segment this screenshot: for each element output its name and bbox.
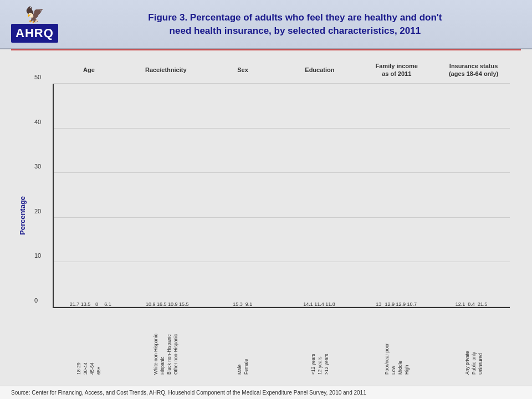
bar-group: 14.111.411.8	[284, 301, 355, 308]
category-label: Black non-Hispanic	[166, 308, 172, 375]
bar-value-label: 21.5	[478, 301, 488, 307]
category-label: Public only	[470, 308, 477, 375]
bar-value-label: 11.4	[314, 301, 324, 307]
group-title: Family incomeas of 2011	[360, 56, 433, 84]
bar-value-label: 14.1	[303, 301, 313, 307]
category-label: >12 years	[323, 308, 330, 375]
category-label-group: White non-HispanicHispanicBlack non-Hisp…	[130, 308, 202, 375]
category-label: 18-29	[75, 308, 82, 375]
category-label-group: 18-2930-4445-6465+	[53, 308, 125, 375]
eagle-icon: 🦅	[25, 6, 44, 24]
group-title: Race/ethnicity	[130, 56, 202, 84]
cat-separator	[356, 308, 360, 375]
bar-wrapper: 15.3	[233, 301, 243, 308]
logo-area: 🦅 AHRQ	[11, 6, 58, 43]
bar-group: 10.916.510.915.5	[131, 301, 203, 308]
bar-value-label: 16.5	[157, 301, 167, 307]
category-label: 65+	[95, 308, 102, 375]
group-title: Insurance status(ages 18-64 only)	[437, 56, 510, 84]
group-title-separator	[433, 56, 437, 84]
header: 🦅 AHRQ Figure 3. Percentage of adults wh…	[0, 0, 532, 49]
chart-container: Percentage AgeRace/ethnicitySexEducation…	[0, 50, 532, 386]
bar-value-label: 6.1	[104, 301, 111, 307]
bar-wrapper: 21.5	[477, 301, 487, 308]
group-title-separator	[202, 56, 207, 84]
bars-container: 21.713.586.110.916.510.915.515.39.114.11…	[53, 84, 510, 308]
bar-wrapper: 9.1	[244, 301, 254, 308]
bar-wrapper: 11.8	[325, 301, 335, 308]
cat-separator	[433, 308, 437, 375]
bar-value-label: 21.7	[70, 301, 80, 307]
group-title-separator	[125, 56, 130, 84]
chart-area: Percentage AgeRace/ethnicitySexEducation…	[17, 56, 515, 375]
bar-wrapper: 12.9	[385, 301, 395, 308]
bar-wrapper: 10.7	[407, 301, 417, 308]
bar-value-label: 8.4	[468, 301, 475, 307]
bar-value-label: 8	[95, 301, 98, 307]
bar-value-label: 13	[376, 301, 381, 307]
bar-group: 12.18.421.5	[436, 301, 507, 308]
y-axis-label: Percentage	[17, 56, 28, 375]
category-label-group: Poor/near poorLowMiddleHigh	[360, 308, 433, 375]
chart-title: Figure 3. Percentage of adults who feel …	[69, 11, 521, 38]
ahrq-logo: AHRQ	[11, 24, 58, 43]
bar-wrapper: 11.4	[314, 301, 324, 308]
bar-wrapper: 10.9	[146, 301, 156, 308]
y-tick-label: 20	[34, 208, 41, 214]
bar-group: 1312.912.910.7	[360, 301, 431, 308]
group-title-separator	[356, 56, 360, 84]
category-label: Uninsured	[477, 308, 484, 375]
category-label-group: <12 years12 years>12 years	[283, 308, 356, 375]
group-title: Age	[53, 56, 125, 84]
y-tick-label: 10	[34, 252, 41, 259]
y-tick-label: 50	[34, 74, 41, 80]
bar-group: 21.713.586.1	[55, 301, 127, 308]
bar-value-label: 12.9	[396, 301, 406, 307]
bar-value-label: 12.9	[385, 301, 395, 307]
category-label: 12 years	[316, 308, 323, 375]
bar-value-label: 11.8	[325, 301, 335, 307]
bar-wrapper: 12.1	[455, 301, 465, 308]
bar-wrapper: 13	[374, 301, 383, 308]
category-label: 45-64	[89, 308, 95, 375]
bar-value-label: 9.1	[245, 301, 253, 307]
category-labels: 18-2930-4445-6465+White non-HispanicHisp…	[53, 308, 510, 375]
category-label: Other non-Hispanic	[172, 308, 179, 375]
category-label-group: MaleFemale	[207, 308, 279, 375]
cat-separator	[125, 308, 130, 375]
bar-value-label: 15.3	[233, 301, 243, 307]
page: 🦅 AHRQ Figure 3. Percentage of adults wh…	[0, 0, 532, 399]
bar-wrapper: 6.1	[103, 301, 113, 308]
title-area: Figure 3. Percentage of adults who feel …	[69, 11, 521, 38]
group-title-separator	[279, 56, 283, 84]
bar-wrapper: 12.9	[396, 301, 406, 308]
category-label: Female	[243, 308, 249, 375]
category-label: Middle	[397, 308, 403, 375]
bar-wrapper: 16.5	[157, 301, 167, 308]
bar-wrapper: 8.4	[466, 301, 476, 308]
y-tick-label: 30	[34, 163, 41, 170]
bar-value-label: 10.9	[168, 301, 178, 307]
footer: Source: Center for Financing, Access, an…	[0, 386, 532, 399]
category-label: <12 years	[310, 308, 316, 375]
category-label: 30-44	[82, 308, 89, 375]
cat-separator	[279, 308, 283, 375]
footer-text: Source: Center for Financing, Access, an…	[11, 390, 366, 396]
group-title: Sex	[207, 56, 279, 84]
bar-value-label: 10.9	[146, 301, 156, 307]
group-title: Education	[283, 56, 356, 84]
bar-group: 15.39.1	[207, 301, 279, 308]
chart-wrap: AgeRace/ethnicitySexEducationFamily inco…	[30, 56, 515, 375]
category-label: Hispanic	[159, 308, 166, 375]
bar-value-label: 13.5	[81, 301, 91, 307]
bar-wrapper: 13.5	[81, 301, 91, 308]
category-label: Low	[390, 308, 397, 375]
bar-wrapper: 21.7	[70, 301, 80, 308]
bar-value-label: 10.7	[407, 301, 417, 307]
category-label: Poor/near poor	[383, 308, 390, 375]
cat-separator	[202, 308, 207, 375]
category-label: High	[403, 308, 410, 375]
category-label: Any private	[464, 308, 470, 375]
category-label-group: Any privatePublic onlyUninsured	[437, 308, 510, 375]
bar-wrapper: 15.5	[179, 301, 189, 308]
